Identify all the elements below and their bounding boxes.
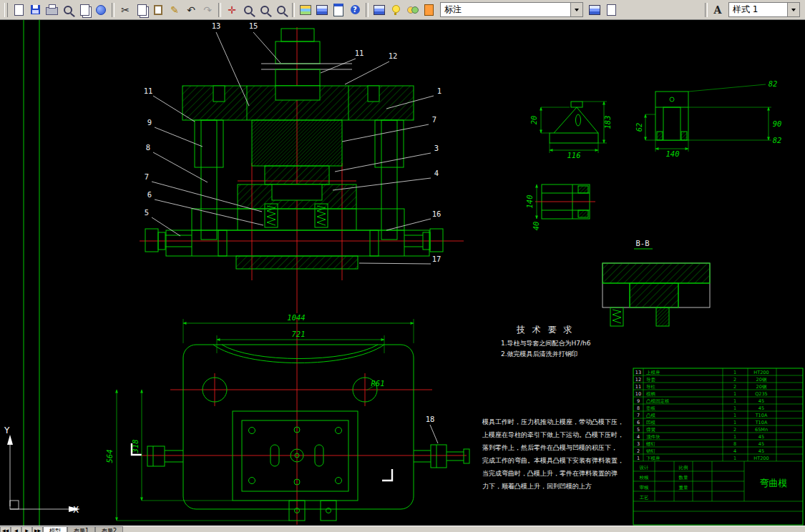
pan-icon[interactable]: ✛ — [224, 2, 240, 18]
dimension-label: 140 — [525, 195, 534, 209]
text-style-value: 样式 1 — [733, 4, 758, 16]
text-style-icon[interactable]: A — [710, 2, 726, 18]
annotation-combo-dropdown-button[interactable] — [570, 3, 582, 16]
bom-item-no: 8 — [637, 405, 640, 411]
color-swatch-icon[interactable] — [404, 2, 420, 18]
sheet-icon[interactable] — [603, 2, 619, 18]
bom-item-no: 5 — [637, 427, 640, 433]
properties-icon[interactable] — [331, 2, 346, 18]
bom-item-no: 1 — [637, 455, 640, 461]
tab-layout1[interactable]: 布局1 — [67, 526, 95, 532]
tab-scroll-right-button[interactable]: ▶ — [21, 526, 32, 532]
tab-layout2[interactable]: 布局2 — [95, 526, 123, 532]
bom-item-qty: 1 — [733, 391, 736, 397]
paste-icon[interactable] — [150, 2, 166, 18]
sheet-set-icon[interactable] — [371, 2, 387, 18]
undo-icon[interactable]: ↶ — [183, 2, 199, 18]
bom-item-no: 7 — [637, 413, 640, 418]
bom-item-no: 9 — [637, 398, 640, 404]
bom-item-qty: 1 — [733, 455, 736, 461]
section-pin-left — [610, 307, 623, 326]
bom-item-name: 凸模 — [646, 413, 656, 418]
bom-item-qty: 2 — [733, 384, 736, 390]
main-toolbar: ✂ ✎ ↶ ↷ ✛ ? 标注 A 样式 1 — [0, 0, 805, 20]
dimension-label: 82 — [769, 79, 778, 88]
dimension-label: 20 — [530, 116, 538, 125]
zoom-previous-icon[interactable] — [273, 2, 289, 18]
lower-die-shoe — [166, 230, 429, 256]
light-bulb-icon[interactable] — [388, 2, 404, 18]
die-shank — [275, 41, 320, 64]
title-block-field: 校核 — [639, 475, 650, 481]
bom-item-mat: Q235 — [755, 391, 768, 397]
chevron-down-icon — [791, 9, 796, 11]
description-line: 上模座在导柱的牵引下做上下运动。凸模下压时， — [482, 431, 624, 438]
ucs-icon: Y X — [4, 425, 80, 515]
help-icon[interactable]: ? — [347, 2, 363, 18]
bom-item-name: 凸模固定板 — [646, 398, 670, 404]
layers-icon[interactable] — [314, 2, 330, 18]
bom-item-qty: 1 — [733, 370, 736, 375]
bom-item-qty: 1 — [733, 398, 736, 404]
dimension-label: 318 — [131, 440, 140, 454]
bulb-icon — [392, 5, 400, 13]
bom-item-mat: T10A — [755, 420, 768, 425]
bom-item-mat: 20钢 — [756, 384, 767, 390]
tab-model[interactable]: 模型 — [43, 526, 67, 532]
title-block-field: 审核 — [640, 485, 650, 491]
tab-scroll-first-button[interactable]: ◀◀ — [0, 526, 11, 532]
save-icon[interactable] — [27, 2, 43, 18]
etransmit-icon[interactable] — [93, 2, 109, 18]
layer-translate-icon[interactable] — [587, 2, 602, 18]
title-block-field: 重量 — [679, 485, 689, 491]
bom-item-name: 凹模 — [646, 420, 656, 425]
orange-notebook-icon — [424, 4, 434, 16]
tab-scroll-left-button[interactable]: ◀ — [11, 526, 21, 532]
description-line: 当完成弯曲时，凸模上升，零件在弹料装置的弹 — [482, 470, 618, 477]
ucs-y-label: Y — [4, 425, 10, 435]
zoom-realtime-icon[interactable] — [240, 2, 256, 18]
annotation-style-combo[interactable]: 标注 — [440, 2, 583, 17]
print-preview-icon[interactable] — [60, 2, 76, 18]
bom-item-no: 4 — [637, 434, 640, 440]
part-label: 7 — [145, 172, 149, 181]
bom-item-mat: 45 — [758, 398, 764, 404]
section-b-b: B-B — [602, 239, 710, 326]
part-label: 13 — [212, 21, 221, 30]
section-pin-right — [656, 307, 669, 326]
copy-icon[interactable] — [134, 2, 150, 18]
toolbar-grip[interactable] — [4, 3, 8, 17]
toolbar-separator — [292, 3, 295, 17]
part-label: 8 — [146, 143, 150, 152]
side-rod-right — [430, 229, 443, 252]
new-file-icon[interactable] — [11, 2, 26, 18]
tab-scroll-last-button[interactable]: ▶▶ — [32, 526, 43, 532]
bracket-base — [550, 133, 598, 143]
pages-icon — [80, 4, 89, 16]
zoom-window-icon[interactable] — [257, 2, 273, 18]
page-icon — [607, 4, 616, 16]
notebook-icon[interactable] — [421, 2, 436, 18]
match-properties-icon[interactable]: ✎ — [167, 2, 182, 18]
redo-icon[interactable]: ↷ — [200, 2, 215, 18]
part-label: 15 — [249, 21, 258, 30]
layer-properties-icon[interactable] — [298, 2, 313, 18]
toolbar-separator — [112, 3, 114, 17]
plot-icon[interactable] — [44, 2, 59, 18]
drawing-canvas[interactable]: 13 15 11 12 1 7 3 4 11 9 8 7 6 — [0, 20, 805, 526]
publish-icon[interactable] — [77, 2, 92, 18]
bom-item-qty: 1 — [733, 413, 736, 418]
drawing-title: 弯曲模 — [760, 478, 788, 488]
text-style-combo[interactable]: 样式 1 — [728, 2, 800, 17]
lower-die-plate — [192, 209, 404, 230]
side-rod-left — [145, 229, 158, 252]
bottom-pad — [236, 256, 358, 269]
cut-icon[interactable]: ✂ — [117, 2, 133, 18]
annotation-style-value: 标注 — [444, 4, 462, 16]
bom-item-qty: 1 — [733, 420, 736, 425]
part-label: 12 — [389, 51, 398, 60]
style-combo-dropdown-button[interactable] — [787, 3, 799, 16]
plan-view: R61 — [105, 313, 469, 525]
tech-requirements: 技 术 要 求 1.导柱与导套之间配合为H7/h6 2.做完模具后清洗并打钢印 — [501, 325, 591, 358]
dimension-label: 1044 — [287, 313, 305, 322]
